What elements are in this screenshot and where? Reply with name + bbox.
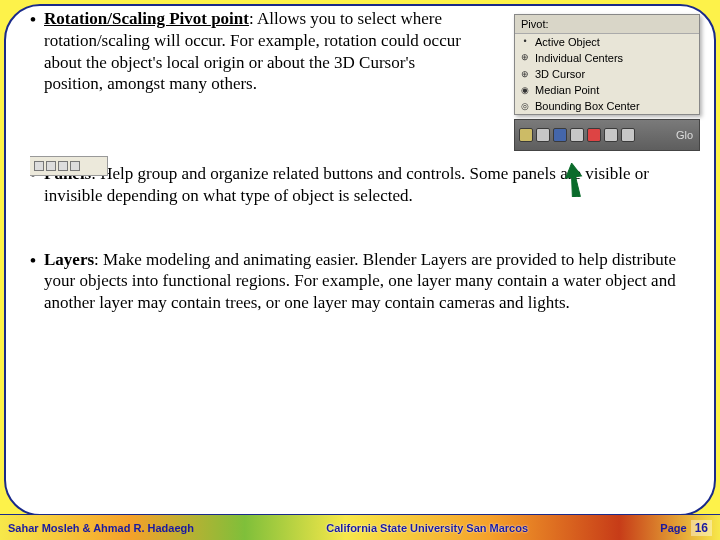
bullet-text: Panels: Help group and organize related …: [44, 163, 700, 207]
pivot-menu-item-label: 3D Cursor: [535, 67, 585, 81]
toolbar-button[interactable]: [519, 128, 533, 142]
pivot-menu-item-individual-centers[interactable]: ⊕ Individual Centers: [515, 50, 699, 66]
layers-strip: [30, 156, 108, 176]
pivot-menu-item-bounding-box[interactable]: ◎ Bounding Box Center: [515, 98, 699, 114]
bullet-term: Layers: [44, 250, 94, 269]
page-number: 16: [691, 520, 712, 536]
dot-icon: •: [519, 36, 531, 48]
centers-icon: ⊕: [519, 52, 531, 64]
page-label: Page: [660, 522, 686, 534]
toolbar-button[interactable]: [604, 128, 618, 142]
layer-button[interactable]: [34, 161, 44, 171]
layer-button[interactable]: [70, 161, 80, 171]
layer-button[interactable]: [58, 161, 68, 171]
annotation-arrow: [562, 163, 586, 197]
slide-footer: Sahar Mosleh & Ahmad R. Hadaegh Californ…: [0, 514, 720, 540]
pivot-menu-item-label: Individual Centers: [535, 51, 623, 65]
bullet-panels: • Panels: Help group and organize relate…: [30, 163, 700, 207]
median-icon: ◉: [519, 84, 531, 96]
pivot-menu-item-3d-cursor[interactable]: ⊕ 3D Cursor: [515, 66, 699, 82]
bullet-body: : Make modeling and animating easier. Bl…: [44, 250, 676, 313]
bullet-term: Rotation/Scaling Pivot point: [44, 9, 249, 28]
bullet-marker: •: [30, 8, 44, 95]
bullet-body: : Help group and organize related button…: [44, 164, 649, 205]
pivot-dropdown-menu: Pivot: • Active Object ⊕ Individual Cent…: [514, 14, 700, 115]
pivot-screenshot: Pivot: • Active Object ⊕ Individual Cent…: [514, 14, 700, 151]
pivot-toolbar: Glo: [514, 119, 700, 151]
bullet-text: Rotation/Scaling Pivot point: Allows you…: [44, 8, 464, 95]
pivot-menu-item-active-object[interactable]: • Active Object: [515, 34, 699, 50]
footer-page: Page 16: [660, 520, 712, 536]
toolbar-button[interactable]: [621, 128, 635, 142]
toolbar-button[interactable]: [536, 128, 550, 142]
pivot-menu-item-label: Active Object: [535, 35, 600, 49]
footer-university: California State University San Marcos: [194, 522, 660, 534]
pivot-menu-item-label: Bounding Box Center: [535, 99, 640, 113]
cursor-icon: ⊕: [519, 68, 531, 80]
bullet-layers: • Layers: Make modeling and animating ea…: [30, 249, 700, 314]
pivot-menu-item-median-point[interactable]: ◉ Median Point: [515, 82, 699, 98]
toolbar-text: Glo: [676, 128, 695, 142]
slide-content: • Rotation/Scaling Pivot point: Allows y…: [30, 8, 700, 500]
layer-button[interactable]: [46, 161, 56, 171]
toolbar-button[interactable]: [587, 128, 601, 142]
bullet-marker: •: [30, 249, 44, 314]
pivot-menu-item-label: Median Point: [535, 83, 599, 97]
footer-authors: Sahar Mosleh & Ahmad R. Hadaegh: [8, 522, 194, 534]
toolbar-button[interactable]: [570, 128, 584, 142]
pivot-menu-header: Pivot:: [515, 15, 699, 34]
bullet-text: Layers: Make modeling and animating easi…: [44, 249, 700, 314]
bbox-icon: ◎: [519, 100, 531, 112]
toolbar-button[interactable]: [553, 128, 567, 142]
